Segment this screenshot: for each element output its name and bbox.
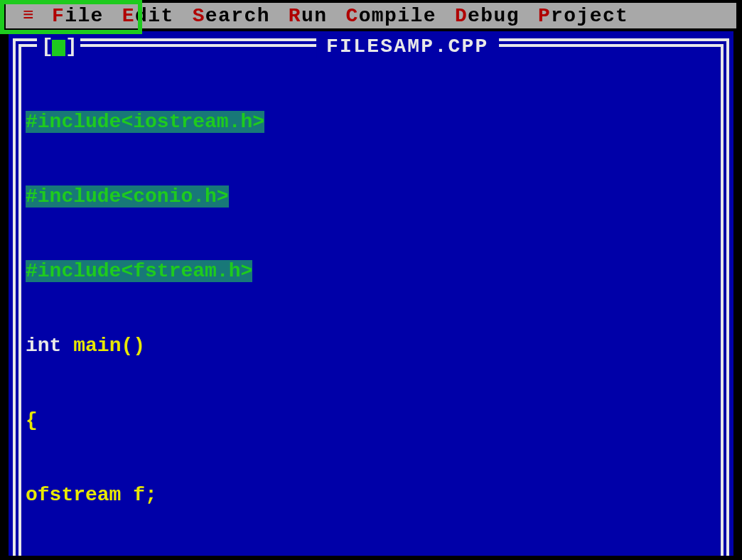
window-close-button[interactable]: [■] xyxy=(37,36,80,58)
code-line: #include<conio.h> xyxy=(26,184,716,209)
system-menu-icon[interactable]: ≡ xyxy=(23,5,35,26)
code-line: char ch; xyxy=(26,557,716,560)
menu-project[interactable]: Project xyxy=(538,5,628,27)
code-line: ofstream f; xyxy=(26,483,716,507)
menu-search[interactable]: Search xyxy=(193,5,270,27)
code-line: #include<iostream.h> xyxy=(26,109,716,134)
editor-window[interactable]: [■] FILESAMP.CPP #include<iostream.h> #i… xyxy=(9,31,733,556)
window-title: FILESAMP.CPP xyxy=(316,36,499,58)
menu-file[interactable]: File xyxy=(52,5,104,27)
menu-compile[interactable]: Compile xyxy=(345,5,436,27)
menu-run[interactable]: Run xyxy=(289,5,328,27)
code-area[interactable]: #include<iostream.h> #include<conio.h> #… xyxy=(26,60,716,550)
menu-edit[interactable]: Edit xyxy=(122,5,174,27)
code-line: #include<fstream.h> xyxy=(26,259,716,284)
menu-debug[interactable]: Debug xyxy=(455,5,520,27)
code-line: { xyxy=(26,408,716,433)
menu-bar[interactable]: ≡ File Edit Search Run Compile Debug Pro… xyxy=(6,3,736,28)
code-line: int main() xyxy=(26,333,716,358)
